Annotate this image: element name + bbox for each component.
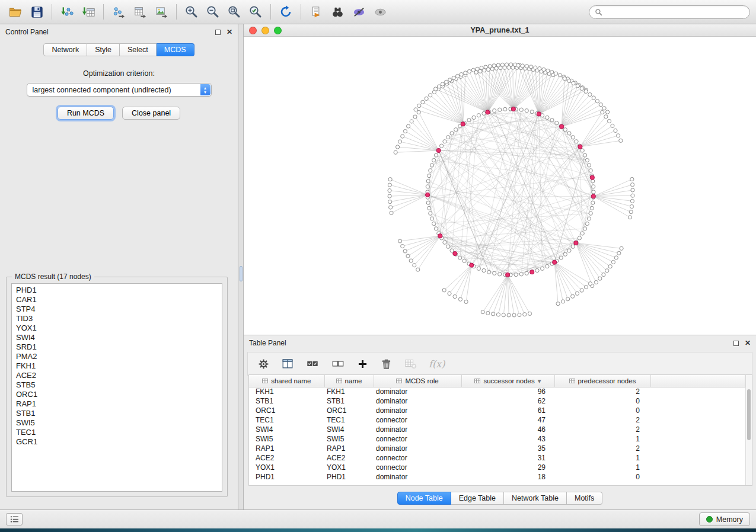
table-cell[interactable]: ORC1 [324, 406, 374, 415]
close-panel-button[interactable]: Close panel [122, 107, 180, 120]
export-network-button[interactable] [109, 2, 128, 21]
table-cell[interactable]: dominator [374, 387, 461, 396]
table-cell[interactable]: connector [374, 415, 461, 425]
table-row[interactable]: PHD1PHD1dominator180 [249, 472, 745, 482]
table-cell[interactable]: FKH1 [249, 387, 324, 396]
mcds-result-item[interactable]: GCR1 [12, 437, 222, 447]
scrollbar-thumb[interactable] [747, 389, 751, 440]
table-cell[interactable]: RAP1 [249, 444, 324, 453]
mcds-result-item[interactable]: SRD1 [12, 342, 222, 352]
zoom-in-button[interactable] [182, 2, 201, 21]
mcds-result-item[interactable]: TID3 [12, 314, 222, 323]
table-cell[interactable]: 2 [554, 415, 650, 425]
table-row[interactable]: YOX1YOX1connector291 [249, 463, 745, 472]
table-cell[interactable]: SWI4 [249, 425, 324, 434]
mcds-result-item[interactable]: ORC1 [12, 390, 222, 399]
table-cell[interactable] [650, 406, 745, 415]
maximize-window-icon[interactable] [274, 27, 282, 34]
table-cell[interactable] [650, 472, 745, 482]
table-cell[interactable]: ACE2 [249, 453, 324, 463]
table-cell[interactable]: STB1 [249, 396, 324, 406]
float-panel-icon[interactable] [733, 341, 739, 346]
tab-select[interactable]: Select [120, 43, 157, 56]
split-pane-divider[interactable] [238, 24, 244, 509]
unselect-all-button[interactable] [331, 357, 345, 370]
close-panel-icon[interactable]: ✕ [745, 339, 751, 347]
criterion-select[interactable]: largest connected component (undirected)… [27, 83, 212, 97]
table-cell[interactable] [650, 434, 745, 444]
open-file-button[interactable] [6, 2, 25, 21]
table-row[interactable]: ORC1ORC1dominator610 [249, 406, 745, 415]
table-settings-button[interactable] [257, 358, 270, 370]
tab-mcds[interactable]: MCDS [157, 43, 194, 56]
mcds-result-item[interactable]: TEC1 [12, 428, 222, 437]
table-cell[interactable]: SWI5 [324, 434, 374, 444]
table-cell[interactable] [650, 415, 745, 425]
table-cell[interactable] [650, 463, 745, 472]
table-cell[interactable]: connector [374, 463, 461, 472]
minimize-window-icon[interactable] [261, 27, 269, 34]
table-cell[interactable]: connector [374, 453, 461, 463]
table-cell[interactable]: TEC1 [249, 415, 324, 425]
table-cell[interactable] [650, 425, 745, 434]
table-cell[interactable]: 2 [554, 387, 650, 396]
table-cell[interactable] [650, 453, 745, 463]
table-cell[interactable]: 35 [461, 444, 554, 453]
network-graph-canvas[interactable] [244, 37, 756, 335]
table-cell[interactable]: TEC1 [324, 415, 374, 425]
table-cell[interactable]: 1 [554, 434, 650, 444]
table-cell[interactable]: 0 [554, 396, 650, 406]
mcds-result-item[interactable]: PHD1 [12, 286, 222, 295]
column-header-successor-nodes[interactable]: successor nodes ▾ [461, 375, 554, 387]
search-network-button[interactable] [328, 2, 347, 21]
select-all-button[interactable] [305, 357, 320, 370]
save-session-button[interactable] [27, 2, 46, 21]
table-cell[interactable]: YOX1 [324, 463, 374, 472]
tab-network-table[interactable]: Network Table [504, 492, 567, 505]
add-column-button[interactable] [356, 358, 369, 370]
table-cell[interactable]: dominator [374, 396, 461, 406]
mcds-result-list[interactable]: PHD1CAR1STP4TID3YOX1SWI4SRD1PMA2FKH1ACE2… [11, 283, 222, 492]
tab-node-table[interactable]: Node Table [397, 492, 451, 505]
close-window-icon[interactable] [249, 27, 257, 34]
run-mcds-button[interactable]: Run MCDS [58, 107, 114, 120]
sort-arrow-icon[interactable]: ▾ [538, 377, 541, 385]
column-header-name[interactable]: name [324, 375, 374, 387]
close-panel-icon[interactable]: ✕ [227, 28, 232, 36]
delete-column-button[interactable] [380, 358, 393, 370]
mcds-result-item[interactable]: STB1 [12, 409, 222, 418]
table-cell[interactable]: FKH1 [324, 387, 374, 396]
table-cell[interactable]: dominator [374, 425, 461, 434]
table-cell[interactable]: 96 [461, 387, 554, 396]
search-box[interactable] [589, 5, 750, 19]
mcds-result-item[interactable]: RAP1 [12, 399, 222, 409]
table-cell[interactable]: 18 [461, 472, 554, 482]
table-row[interactable]: FKH1FKH1dominator962 [249, 387, 745, 396]
search-input[interactable] [606, 8, 744, 16]
table-cell[interactable]: SWI5 [249, 434, 324, 444]
table-cell[interactable] [650, 444, 745, 453]
export-table-button[interactable] [130, 2, 149, 21]
table-row[interactable]: ACE2ACE2connector311 [249, 453, 745, 463]
export-image-button[interactable] [152, 2, 171, 21]
mcds-result-item[interactable]: STB5 [12, 380, 222, 390]
table-cell[interactable] [650, 387, 745, 396]
tab-motifs[interactable]: Motifs [567, 492, 602, 505]
apply-layout-button[interactable] [276, 2, 295, 21]
tab-edge-table[interactable]: Edge Table [451, 492, 504, 505]
column-header-mcds-role[interactable]: MCDS role [374, 375, 461, 387]
table-cell[interactable]: 31 [461, 453, 554, 463]
table-scrollbar[interactable] [745, 375, 752, 485]
table-row[interactable]: SWI4SWI4dominator462 [249, 425, 745, 434]
table-cell[interactable]: ACE2 [324, 453, 374, 463]
mcds-result-item[interactable]: CAR1 [12, 295, 222, 305]
table-cell[interactable]: ORC1 [249, 406, 324, 415]
divider-handle-icon[interactable] [240, 266, 243, 281]
mcds-result-item[interactable]: SWI5 [12, 418, 222, 428]
table-cell[interactable]: SWI4 [324, 425, 374, 434]
zoom-selected-button[interactable] [246, 2, 265, 21]
table-row[interactable]: TEC1TEC1connector472 [249, 415, 745, 425]
table-cell[interactable]: 47 [461, 415, 554, 425]
mcds-result-item[interactable]: STP4 [12, 305, 222, 314]
column-header-predecessor-nodes[interactable]: predecessor nodes [554, 375, 650, 387]
